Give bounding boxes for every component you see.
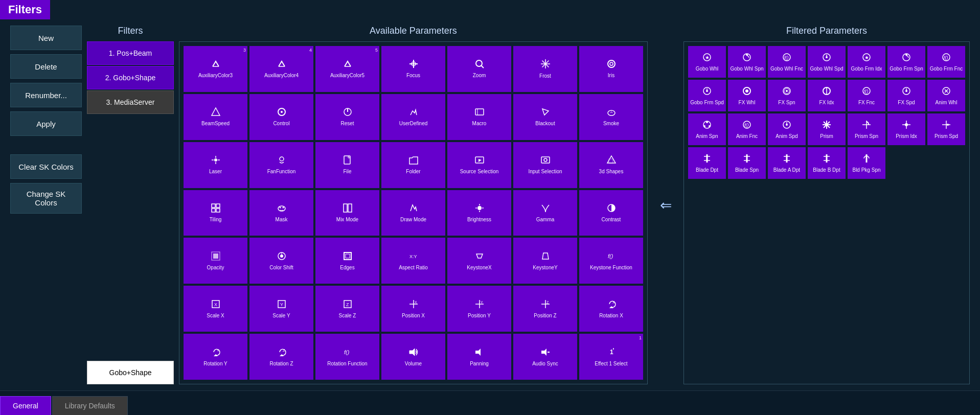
available-cell-panning[interactable]: Panning: [447, 334, 511, 380]
cell-label: Scale Z: [339, 313, 356, 319]
available-cell-control[interactable]: Control: [249, 94, 313, 140]
available-cell-keystonex[interactable]: KeystoneX: [447, 238, 511, 284]
available-cell-blackout[interactable]: Blackout: [513, 94, 577, 140]
tab-library[interactable]: Library Defaults: [52, 396, 128, 415]
available-cell-volume[interactable]: Volume: [381, 334, 445, 380]
available-cell-contrast[interactable]: Contrast: [579, 190, 643, 236]
available-cell-beamspeed[interactable]: BeamSpeed: [184, 94, 247, 140]
tab-general[interactable]: General: [0, 396, 51, 415]
available-cell-keystonefunc[interactable]: f()Keystone Function: [579, 238, 643, 284]
available-cell-effect1sel[interactable]: 11Effect 1 Select: [579, 334, 643, 380]
filtered-cell-gobofrmspd[interactable]: Gobo Frm Spd: [688, 80, 726, 111]
svg-text:X: X: [415, 301, 417, 304]
filter-3[interactable]: 3. MediaServer: [87, 90, 174, 114]
available-cell-keystoney[interactable]: KeystoneY: [513, 238, 577, 284]
filtered-cell-prismspn[interactable]: Prism Spn: [848, 113, 885, 145]
fcell-icon: [702, 86, 712, 99]
available-cell-iris[interactable]: Iris: [579, 46, 643, 92]
available-cell-tiling[interactable]: Tiling: [184, 190, 247, 236]
available-cell-aux4[interactable]: 4AuxiliaryColor4: [249, 46, 313, 92]
cell-label: Panning: [470, 361, 489, 367]
filtered-cell-gobofrmfnc[interactable]: f()Gobo Frm Fnc: [927, 46, 965, 78]
svg-text:★: ★: [705, 55, 710, 60]
filtered-cell-gobowhlspn[interactable]: Gobo Whl Spn: [728, 46, 766, 78]
available-cell-focus[interactable]: Focus: [381, 46, 445, 92]
available-cell-edges[interactable]: Edges: [315, 238, 379, 284]
available-cell-shapes3d[interactable]: 3d Shapes: [579, 142, 643, 188]
available-cell-rotationfunc[interactable]: f()Rotation Function: [315, 334, 379, 380]
available-cell-frost[interactable]: Frost: [513, 46, 577, 92]
available-cell-userdefined[interactable]: UserDefined: [381, 94, 445, 140]
available-cell-opacity[interactable]: Opacity: [184, 238, 247, 284]
filtered-cell-animspn[interactable]: Anim Spn: [688, 113, 726, 145]
svg-text:★: ★: [864, 55, 869, 60]
available-cell-aspectratio[interactable]: X:YAspect Ratio: [381, 238, 445, 284]
available-cell-audiosync[interactable]: Audio Sync: [513, 334, 577, 380]
filtered-cell-bladebdpt[interactable]: Blade B Dpt: [808, 147, 846, 179]
available-cell-gamma[interactable]: Gamma: [513, 190, 577, 236]
available-cell-reset[interactable]: Reset: [315, 94, 379, 140]
clear-sk-colors-btn[interactable]: Clear SK Colors: [10, 154, 82, 179]
available-cell-colorshift[interactable]: Color Shift: [249, 238, 313, 284]
filtered-cell-prism[interactable]: Prism: [808, 113, 846, 145]
filtered-cell-fxidx[interactable]: FX Idx: [808, 80, 846, 111]
filtered-cell-fxfnc[interactable]: f()FX Fnc: [848, 80, 885, 111]
svg-point-90: [826, 56, 828, 58]
available-cell-sourcesel[interactable]: Source Selection: [447, 142, 511, 188]
filtered-cell-animwhl[interactable]: Anim Whl: [927, 80, 965, 111]
delete-btn[interactable]: Delete: [10, 54, 82, 79]
new-btn[interactable]: New: [10, 26, 82, 50]
change-sk-colors-btn[interactable]: Change SK Colors: [10, 183, 82, 214]
available-cell-zoom[interactable]: Zoom: [447, 46, 511, 92]
available-cell-folder[interactable]: Folder: [381, 142, 445, 188]
filtered-cell-bldpkgspn[interactable]: Bld Pkg Spn: [848, 147, 885, 179]
filtered-cell-fxspn[interactable]: FX Spn: [768, 80, 806, 111]
cell-icon: [408, 107, 419, 120]
filtered-cell-animfnc[interactable]: f()Anim Fnc: [728, 113, 766, 145]
badge: 5: [375, 48, 378, 53]
available-cell-scalez[interactable]: ZScale Z: [315, 286, 379, 332]
cell-icon: Y: [211, 347, 221, 360]
available-cell-aux5[interactable]: 5AuxiliaryColor5: [315, 46, 379, 92]
filtered-cell-fxwhl[interactable]: FX Whl: [728, 80, 766, 111]
filtered-cell-gobowhl[interactable]: ★Gobo Whl: [688, 46, 726, 78]
filtered-cell-animspd[interactable]: Anim Spd: [768, 113, 806, 145]
available-cell-rotationx[interactable]: XRotation X: [579, 286, 643, 332]
available-cell-file[interactable]: File: [315, 142, 379, 188]
svg-point-36: [279, 206, 281, 208]
available-cell-smoke[interactable]: Smoke: [579, 94, 643, 140]
available-cell-drawmode[interactable]: Draw Mode: [381, 190, 445, 236]
renumber-btn[interactable]: Renumber...: [10, 83, 82, 107]
available-cell-aux3[interactable]: 3AuxiliaryColor3: [184, 46, 247, 92]
available-cell-rotationy[interactable]: YRotation Y: [184, 334, 247, 380]
apply-btn[interactable]: Apply: [10, 111, 82, 136]
available-cell-positiony[interactable]: YPosition Y: [447, 286, 511, 332]
available-cell-inputsel[interactable]: Input Selection: [513, 142, 577, 188]
cell-icon: [606, 155, 617, 168]
filtered-cell-fxspd[interactable]: FX Spd: [887, 80, 925, 111]
cell-label: Brightness: [467, 217, 491, 223]
available-cell-rotationz[interactable]: ZRotation Z: [249, 334, 313, 380]
available-cell-mixmode[interactable]: Mix Mode: [315, 190, 379, 236]
filtered-cell-gobwfnc[interactable]: f()Gobo Whl Fnc: [768, 46, 806, 78]
available-cell-scalex[interactable]: XScale X: [184, 286, 247, 332]
filter-2[interactable]: 2. Gobo+Shape: [87, 66, 174, 89]
filtered-cell-prismspd[interactable]: Prism Spd: [927, 113, 965, 145]
filtered-cell-gobofrmspn[interactable]: Gobo Frm Spn: [887, 46, 925, 78]
available-cell-mask[interactable]: Mask: [249, 190, 313, 236]
available-cell-fanfunction[interactable]: FanFunction: [249, 142, 313, 188]
available-cell-laser[interactable]: Laser: [184, 142, 247, 188]
available-cell-scaley[interactable]: YScale Y: [249, 286, 313, 332]
available-cell-positionx[interactable]: XPosition X: [381, 286, 445, 332]
available-cell-positionz[interactable]: ZPosition Z: [513, 286, 577, 332]
available-cell-brightness[interactable]: Brightness: [447, 190, 511, 236]
filtered-cell-gobofrmidx[interactable]: ★Gobo Frm Idx: [848, 46, 885, 78]
available-cell-macro[interactable]: Macro: [447, 94, 511, 140]
filtered-cell-bladedpt[interactable]: Blade Dpt: [688, 147, 726, 179]
available-grid: 3AuxiliaryColor34AuxiliaryColor45Auxilia…: [184, 46, 643, 380]
filtered-cell-bladespn[interactable]: Blade Spn: [728, 147, 766, 179]
filter-1[interactable]: 1. Pos+Beam: [87, 41, 174, 65]
filtered-cell-bladeadpt[interactable]: Blade A Dpt: [768, 147, 806, 179]
filtered-cell-prismidx[interactable]: Prism Idx: [887, 113, 925, 145]
filtered-cell-gobowhlspd[interactable]: Gobo Whl Spd: [808, 46, 846, 78]
